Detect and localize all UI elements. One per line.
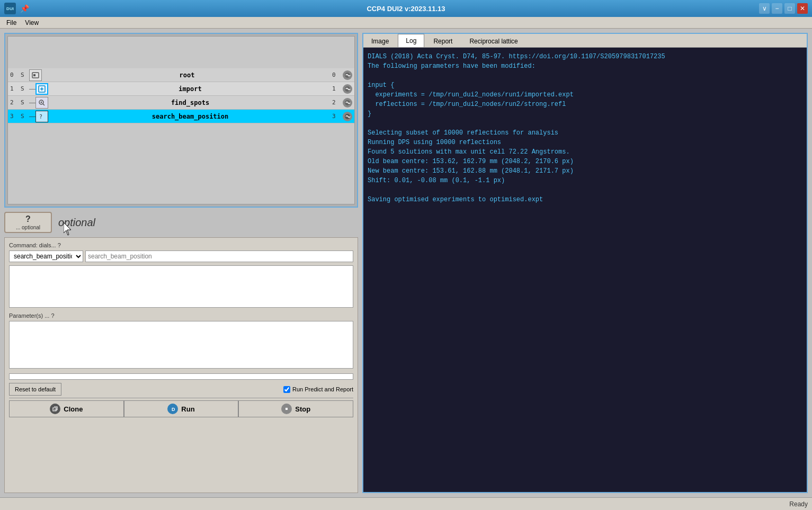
menubar: File View [0,17,812,29]
svg-text:?: ? [39,114,42,120]
svg-point-2 [345,73,350,78]
root-icon [29,69,42,81]
node-s-3: S [21,113,27,120]
node-label-searchbeam: search_beam_position [50,113,330,120]
left-panel: 0 S root 0 1 S —— [4,33,358,493]
node-tree-area: 0 S root 0 1 S —— [4,33,358,208]
svg-point-6 [41,101,42,103]
node-s-0: S [21,71,27,78]
table-row[interactable]: 0 S root 0 [8,68,354,82]
link-icon-0 [343,70,352,80]
menu-view[interactable]: View [21,18,43,28]
command-area: Command: dials... ? search_beam_position… [4,237,358,493]
node-index-0: 0 [10,71,19,78]
svg-point-10 [345,114,350,119]
stop-button[interactable]: Stop [238,400,353,417]
clone-icon [50,404,60,414]
tab-reciprocal-lattice[interactable]: Reciprocal lattice [461,35,525,47]
node-label-findspots: find_spots [50,99,330,106]
link-icon-1 [343,84,352,94]
import-icon [35,83,48,95]
command-label: Command: dials... ? [9,242,353,248]
stop-icon [281,404,292,414]
node-index-2: 2 [10,99,19,106]
command-select[interactable]: search_beam_position [9,250,83,262]
run-predict-checkbox[interactable] [283,386,290,393]
svg-rect-15 [285,408,288,410]
node-num-1: 1 [332,85,341,92]
command-input[interactable] [85,250,353,262]
command-row: search_beam_position [9,250,353,262]
stop-label: Stop [295,405,310,413]
node-label-import: import [50,85,330,93]
params-textarea[interactable] [9,321,353,369]
run-label: Run [181,405,194,413]
pin-icon[interactable]: 📌 [20,4,29,13]
progress-bar-container [9,373,353,380]
reset-button[interactable]: Reset to default [9,383,61,396]
menu-file[interactable]: File [2,18,21,28]
svg-point-8 [345,100,350,105]
optional-btn-label: ... optional [16,225,40,230]
link-icon-2 [343,98,352,108]
svg-line-7 [43,104,44,105]
command-textarea[interactable] [9,265,353,308]
svg-text:D: D [172,407,175,412]
app-title: CCP4 DUI2 v:2023.11.13 [367,5,445,13]
chevron-down-icon[interactable]: ∨ [759,3,770,14]
link-icon-3 [343,112,352,121]
tab-image[interactable]: Image [363,35,397,47]
clone-button[interactable]: Clone [9,400,124,417]
titlebar-controls: ∨ − □ ✕ [759,3,808,14]
titlebar: DUI 📌 CCP4 DUI2 v:2023.11.13 ∨ − □ ✕ [0,0,812,17]
main-container: 0 S root 0 1 S —— [0,29,812,497]
app-logo: DUI [4,3,16,14]
node-label-root: root [44,71,330,79]
findspots-icon [35,97,48,109]
node-tree-inner: 0 S root 0 1 S —— [7,36,355,204]
table-row[interactable]: 1 S —— import 1 [8,82,354,96]
svg-rect-1 [33,74,35,76]
statusbar: Ready [0,497,812,510]
clone-label: Clone [64,405,83,413]
table-row[interactable]: 3 S —— ? search_beam_position 3 [8,110,354,123]
maximize-button[interactable]: □ [784,3,795,14]
tab-report[interactable]: Report [425,35,460,47]
action-buttons: Clone D Run Stop [9,398,353,417]
status-text: Ready [789,500,808,508]
node-index-3: 3 [10,113,19,120]
run-icon: D [167,404,178,414]
logo-text: DUI [6,6,14,11]
node-num-2: 2 [332,99,341,106]
run-predict-row: Run Predict and Report [283,386,353,393]
table-row[interactable]: 2 S —— find_spots 2 [8,96,354,110]
close-button[interactable]: ✕ [797,3,808,14]
log-content: DIALS (2018) Acta Cryst. D74, 85-97. htt… [363,48,807,492]
tabs-bar: Image Log Report Reciprocal lattice [363,34,807,48]
minimize-button[interactable]: − [772,3,782,14]
node-num-0: 0 [332,71,341,78]
tab-log[interactable]: Log [398,34,424,47]
run-button[interactable]: D Run [124,400,239,417]
optional-section-label: optional [58,216,95,230]
right-panel: Image Log Report Reciprocal lattice DIAL… [362,33,808,493]
run-predict-label: Run Predict and Report [292,386,353,392]
button-row-top: Reset to default Run Predict and Report [9,383,353,396]
params-label: Parameter(s) ... ? [9,312,353,319]
question-icon: ? [25,214,31,224]
node-s-2: S [21,99,27,106]
searchbeam-icon: ? [35,111,48,122]
svg-point-4 [345,86,350,92]
node-num-3: 3 [332,113,341,120]
node-index-1: 1 [10,85,19,92]
titlebar-left: DUI 📌 [4,3,29,14]
optional-button[interactable]: ? ... optional [4,212,52,233]
node-s-1: S [21,85,27,92]
